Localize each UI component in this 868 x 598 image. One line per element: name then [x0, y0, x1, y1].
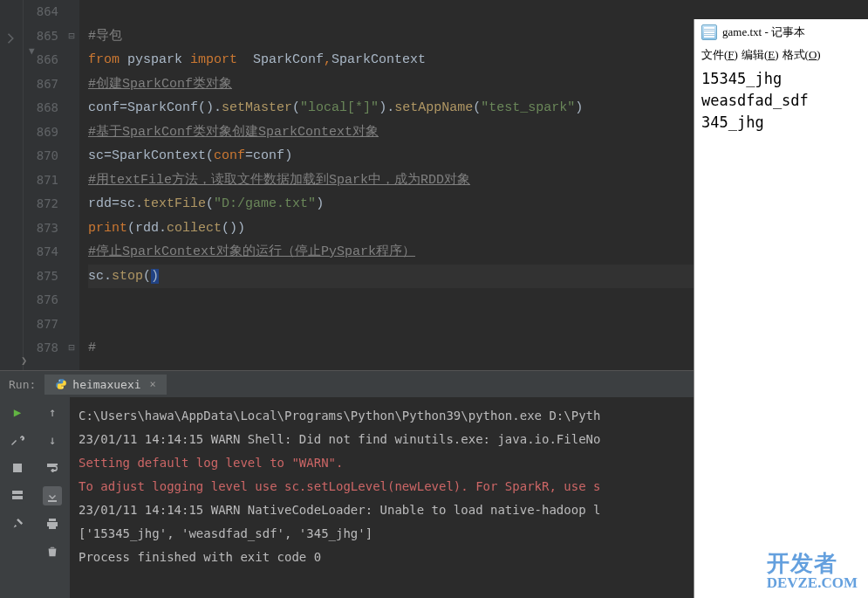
down-icon[interactable]: ↓	[43, 430, 62, 450]
fold-arrow-icon[interactable]	[5, 31, 17, 44]
left-margin	[0, 0, 24, 370]
softwrap-icon[interactable]	[43, 458, 62, 478]
up-icon[interactable]: ↑	[43, 402, 62, 422]
scroll-end-icon[interactable]	[43, 486, 62, 505]
print-icon[interactable]	[43, 514, 62, 533]
svg-rect-2	[13, 464, 22, 472]
svg-point-1	[62, 388, 63, 388]
layout-icon[interactable]	[8, 486, 27, 505]
run-tab-name: heimaxuexi	[72, 378, 140, 391]
run-tab-bar: Run: heimaxuexi ×	[0, 371, 694, 397]
notepad-window: game.txt - 记事本 文件(F) 编辑(E) 格式(O) 15345_j…	[694, 19, 868, 598]
expand-chevron-icon[interactable]: ❯	[21, 354, 27, 367]
run-tool-column-2: ↑ ↓	[35, 397, 70, 598]
code-editor[interactable]: ▼ 86486586686786886987087187287387487587…	[0, 0, 694, 370]
svg-rect-4	[12, 496, 23, 499]
console-output[interactable]: C:\Users\hawa\AppData\Local\Programs\Pyt…	[70, 397, 694, 598]
stop-icon[interactable]	[8, 458, 27, 478]
menu-file[interactable]: 文件(F)	[701, 47, 738, 63]
notepad-titlebar[interactable]: game.txt - 记事本	[694, 19, 868, 45]
code-area[interactable]: #导包from pyspark import SparkConf,SparkCo…	[79, 0, 694, 370]
wrench-icon[interactable]	[8, 430, 27, 450]
run-tab[interactable]: heimaxuexi ×	[44, 375, 167, 395]
python-icon	[55, 378, 67, 390]
run-panel: Run: heimaxuexi × ▶ ↑ ↓ C:\Users\hawa\Ap…	[0, 370, 694, 598]
fold-strip: ⊟ ⊟	[64, 0, 79, 370]
collapse-icon[interactable]: ▼	[29, 45, 35, 57]
fold-plus-icon[interactable]: ⊟	[64, 336, 79, 361]
notepad-icon	[701, 24, 717, 40]
run-label: Run:	[0, 378, 44, 391]
svg-point-0	[59, 380, 60, 381]
rerun-icon[interactable]: ▶	[8, 402, 27, 422]
menu-edit[interactable]: 编辑(E)	[742, 47, 779, 63]
notepad-title: game.txt - 记事本	[722, 24, 805, 40]
notepad-menubar: 文件(F) 编辑(E) 格式(O)	[694, 45, 868, 65]
pin-icon[interactable]	[8, 514, 27, 533]
run-tool-column-1: ▶	[0, 397, 35, 598]
menu-format[interactable]: 格式(O)	[783, 47, 821, 63]
svg-rect-3	[12, 491, 23, 494]
fold-minus-icon[interactable]: ⊟	[64, 24, 79, 49]
notepad-content[interactable]: 15345_jhgweasdfad_sdf345_jhg	[694, 65, 868, 137]
close-icon[interactable]: ×	[150, 378, 156, 390]
trash-icon[interactable]	[43, 542, 62, 561]
